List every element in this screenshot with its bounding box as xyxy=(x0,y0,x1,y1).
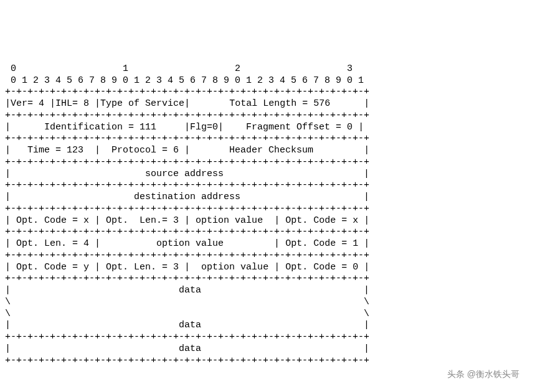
field-version: Ver= 4 xyxy=(11,98,44,109)
field-opt-code: Opt. Code = x xyxy=(285,215,358,226)
separator: +-+-+-+-+-+-+-+-+-+-+-+-+-+-+-+-+-+-+-+-… xyxy=(5,133,369,144)
separator: +-+-+-+-+-+-+-+-+-+-+-+-+-+-+-+-+-+-+-+-… xyxy=(5,86,369,97)
field-opt-len: Opt. Len.= 3 xyxy=(106,215,179,226)
field-fragment-offset: Fragment Offset = 0 xyxy=(246,122,353,133)
field-data: data xyxy=(179,343,201,354)
field-data: data xyxy=(179,320,201,330)
field-opt-len: Opt. Len. = 4 xyxy=(16,238,89,249)
field-opt-code: Opt. Code = 1 xyxy=(285,238,358,249)
field-identification: Identification = 111 xyxy=(44,122,156,133)
field-protocol: Protocol = 6 xyxy=(111,145,179,156)
field-checksum: Header Checksum xyxy=(229,145,313,156)
field-opt-code: Opt. Code = x xyxy=(16,215,89,226)
field-source-address: source address xyxy=(145,169,224,179)
separator: +-+-+-+-+-+-+-+-+-+-+-+-+-+-+-+-+-+-+-+-… xyxy=(5,332,369,342)
separator: +-+-+-+-+-+-+-+-+-+-+-+-+-+-+-+-+-+-+-+-… xyxy=(5,250,369,261)
field-opt-value: option value xyxy=(196,215,263,226)
separator: +-+-+-+-+-+-+-+-+-+-+-+-+-+-+-+-+-+-+-+-… xyxy=(5,110,369,121)
watermark-text: 头条 @衡水铁头哥 xyxy=(447,369,519,380)
field-opt-code: Opt. Code = 0 xyxy=(285,262,358,273)
field-flags: Flg=0 xyxy=(190,122,218,133)
ip-datagram-diagram: 0 1 2 3 0 1 2 3 4 5 6 7 8 9 0 1 2 3 4 5 … xyxy=(5,52,530,366)
ruler-ones: 0 1 2 3 4 5 6 7 8 9 0 1 2 3 4 5 6 7 8 9 … xyxy=(5,75,364,86)
field-tos: Type of Service xyxy=(100,98,184,109)
separator: +-+-+-+-+-+-+-+-+-+-+-+-+-+-+-+-+-+-+-+-… xyxy=(5,157,369,167)
continuation-slash: \ \ xyxy=(5,297,369,307)
separator: +-+-+-+-+-+-+-+-+-+-+-+-+-+-+-+-+-+-+-+-… xyxy=(5,180,369,190)
separator: +-+-+-+-+-+-+-+-+-+-+-+-+-+-+-+-+-+-+-+-… xyxy=(5,273,369,284)
continuation-slash: \ \ xyxy=(5,309,369,319)
field-opt-value: option value xyxy=(201,262,268,273)
field-opt-len: Opt. Len. = 3 xyxy=(106,262,179,273)
separator: +-+-+-+-+-+-+-+-+-+-+-+-+-+-+-+-+-+-+-+-… xyxy=(5,226,369,237)
field-ihl: IHL= 8 xyxy=(55,98,89,109)
separator: +-+-+-+-+-+-+-+-+-+-+-+-+-+-+-+-+-+-+-+-… xyxy=(5,203,369,214)
ruler-tens: 0 1 2 3 xyxy=(5,63,353,74)
field-opt-value: option value xyxy=(156,238,224,249)
field-ttl: Time = 123 xyxy=(27,145,83,156)
field-destination-address: destination address xyxy=(134,192,240,202)
field-total-length: Total Length = 576 xyxy=(229,98,330,109)
field-data: data xyxy=(179,285,201,296)
separator: +-+-+-+-+-+-+-+-+-+-+-+-+-+-+-+-+-+-+-+-… xyxy=(5,355,369,366)
field-opt-code: Opt. Code = y xyxy=(16,262,89,273)
